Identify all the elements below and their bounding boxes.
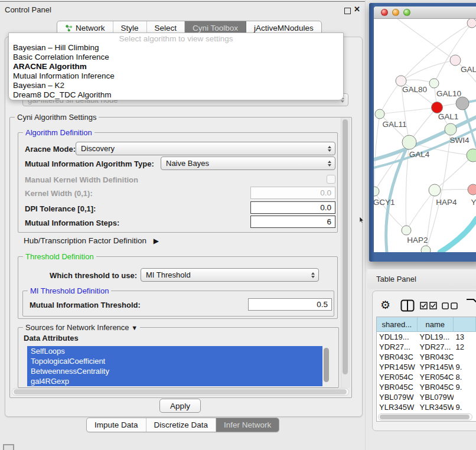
dpi-tolerance-input[interactable]: 0.0: [250, 201, 335, 214]
data-attributes-list[interactable]: SelfLoopsTopologicalCoefficientBetweenne…: [27, 346, 322, 386]
kernel-width-input[interactable]: 0.0: [250, 187, 335, 199]
network-edge[interactable]: [440, 219, 476, 252]
network-edge[interactable]: [406, 190, 435, 230]
column-header-shared-name[interactable]: shared...: [377, 317, 418, 331]
stepper-arrows-icon: [328, 146, 331, 152]
network-window-titlebar[interactable]: [374, 6, 476, 19]
network-canvas[interactable]: GALGAL80GAL10GAL1GAL11SWI4GAL4GCY1HAP4YH…: [374, 19, 476, 252]
algorithm-option[interactable]: Bayesian – Hill Climbing: [9, 43, 343, 53]
table-row[interactable]: YLR345WYLR345W9.: [377, 402, 476, 412]
table-cell: YLR345W: [377, 402, 418, 412]
manual-kernel-checkbox[interactable]: [327, 175, 335, 184]
tab-label: jActiveMNodules: [254, 24, 314, 32]
network-edge[interactable]: [434, 23, 472, 83]
tab-discretize-data[interactable]: Discretize Data: [146, 418, 217, 432]
network-edge[interactable]: [380, 107, 437, 114]
network-node[interactable]: [429, 184, 441, 196]
attributes-scrollbar-thumb[interactable]: [324, 348, 329, 382]
table-row[interactable]: YBR045CYBR045C9.: [377, 382, 476, 392]
combobox-value: Discovery: [81, 144, 115, 153]
mi-type-combobox[interactable]: Naive Bayes: [161, 156, 335, 170]
aracne-mode-combobox[interactable]: Discovery: [76, 142, 335, 155]
chevron-down-icon: ▼: [131, 324, 138, 331]
attribute-list-item[interactable]: BetweennessCentrality: [27, 366, 322, 376]
table-row[interactable]: YBR043CYBR043C: [377, 352, 476, 362]
network-node[interactable]: [468, 184, 476, 195]
network-node[interactable]: [429, 79, 439, 88]
network-node[interactable]: [450, 55, 461, 66]
network-node-label: HAP4: [436, 198, 457, 207]
which-threshold-combobox[interactable]: MI Threshold: [141, 268, 319, 282]
tab-label: Cyni Toolbox: [193, 24, 238, 32]
table-hscrollbar-thumb[interactable]: [380, 415, 470, 419]
table-cell: [454, 392, 476, 402]
combobox-value: Naive Bayes: [166, 159, 209, 168]
table-row[interactable]: YPR145WYPR145W9.: [377, 362, 476, 372]
gear-icon[interactable]: ⚙: [380, 298, 390, 312]
close-traffic-light-icon[interactable]: [381, 9, 388, 16]
algorithm-option[interactable]: Mutual Information Inference: [9, 71, 343, 81]
threshold-definition-title: Threshold Definition: [23, 252, 96, 261]
table-row[interactable]: YDR27...YDR27...12: [377, 342, 476, 352]
network-view-window[interactable]: GALGAL80GAL10GAL1GAL11SWI4GAL4GCY1HAP4YH…: [369, 3, 476, 262]
apply-button[interactable]: Apply: [159, 399, 201, 413]
minimize-traffic-light-icon[interactable]: [392, 9, 399, 16]
columns-icon[interactable]: [400, 299, 415, 312]
table-cell: YBR043C: [418, 352, 454, 362]
settings-hscrollbar-thumb[interactable]: [14, 389, 347, 394]
node-table: shared... name YDL19...YDL19...13YDR27..…: [376, 317, 476, 422]
table-cell: [454, 352, 476, 362]
select-all-checkboxes-icon[interactable]: [420, 302, 438, 309]
panel-divider[interactable]: [365, 0, 366, 450]
column-header-name[interactable]: name: [418, 317, 454, 331]
kernel-width-label: Kernel Width (0,1):: [25, 189, 93, 198]
algorithm-option[interactable]: Basic Correlation Inference: [9, 53, 343, 62]
table-cell: YBL079W: [418, 392, 454, 402]
algorithm-option[interactable]: ARACNE Algorithm: [9, 62, 343, 71]
table-row[interactable]: YDL19...YDL19...13: [377, 332, 476, 342]
table-cell: 12: [454, 342, 476, 352]
algorithm-placeholder: Select algorithm to view settings: [9, 34, 343, 43]
hub-definition-toggle[interactable]: Hub/Transcription Factor Definition ▶: [24, 236, 159, 245]
network-node[interactable]: [374, 187, 379, 196]
mi-threshold-input[interactable]: 0.5: [248, 298, 332, 311]
network-node[interactable]: [445, 123, 457, 135]
table-cell: YLR345W: [418, 402, 454, 412]
input-value: 0.0: [320, 188, 331, 197]
deselect-all-checkboxes-icon[interactable]: [442, 302, 458, 309]
network-node[interactable]: [432, 102, 443, 113]
file-icon[interactable]: [465, 298, 476, 312]
algorithm-option[interactable]: Bayesian – K2: [9, 81, 343, 90]
attribute-list-item[interactable]: TopologicalCoefficient: [27, 356, 322, 366]
column-header-partial[interactable]: [454, 317, 476, 331]
mi-threshold-label: Mutual Information Threshold:: [30, 301, 141, 309]
network-node[interactable]: [402, 135, 416, 149]
table-row[interactable]: YER054CYER054C8.: [377, 372, 476, 382]
network-node[interactable]: [467, 19, 476, 28]
zoom-traffic-light-icon[interactable]: [403, 9, 410, 16]
mi-steps-input[interactable]: 6: [250, 216, 335, 228]
network-edge[interactable]: [380, 81, 401, 114]
network-node[interactable]: [402, 226, 411, 235]
network-edge[interactable]: [401, 60, 455, 81]
docked-panel-icon[interactable]: [3, 444, 14, 450]
network-node[interactable]: [421, 246, 431, 252]
tab-impute-data[interactable]: Impute Data: [87, 418, 146, 432]
attribute-list-item[interactable]: gal4RGexp: [27, 376, 322, 386]
settings-scrollbar-thumb[interactable]: [343, 119, 348, 374]
tab-label: Impute Data: [94, 420, 138, 429]
network-edge[interactable]: [374, 114, 380, 191]
close-icon[interactable]: ✕: [354, 5, 360, 14]
float-window-icon[interactable]: [344, 8, 351, 14]
tab-infer-network[interactable]: Infer Network: [216, 418, 279, 432]
attribute-list-item[interactable]: SelfLoops: [27, 346, 322, 356]
network-node-label: GAL11: [382, 120, 406, 129]
network-edge[interactable]: [374, 129, 476, 168]
cyni-bottom-tabbar: Impute Data Discretize Data Infer Networ…: [86, 418, 279, 432]
network-node[interactable]: [375, 109, 384, 119]
network-edge[interactable]: [435, 155, 473, 190]
table-header-row: shared... name: [377, 317, 476, 332]
network-node[interactable]: [456, 97, 469, 110]
table-row[interactable]: YBL079WYBL079W: [377, 392, 476, 402]
algorithm-option[interactable]: Dream8 DC_TDC Algorithm: [9, 90, 343, 100]
